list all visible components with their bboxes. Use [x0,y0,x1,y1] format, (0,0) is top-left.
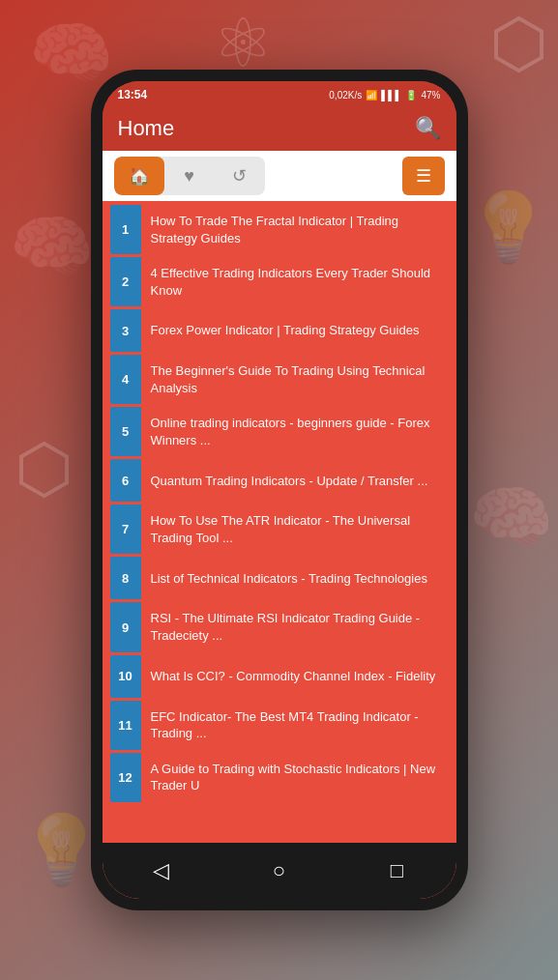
list-item[interactable]: 6Quantum Trading Indicators - Update / T… [110,459,449,502]
list-view-button[interactable]: ☰ [402,157,445,195]
list-item-number: 2 [110,257,141,306]
status-bar: 13:54 0,02K/s 📶 ▌▌▌ 🔋 47% [103,81,456,108]
phone-screen: 13:54 0,02K/s 📶 ▌▌▌ 🔋 47% Home 🔍 🏠 ♥ ↺ ☰ [103,81,456,899]
list-item[interactable]: 8List of Technical Indicators - Trading … [110,557,449,599]
list-item[interactable]: 3Forex Power Indicator | Trading Strateg… [110,309,449,352]
tab-history[interactable]: ↺ [215,157,265,195]
bg-icon-brain-br: 🧠 [469,483,553,551]
bg-icon-lightbulb-mr: 💡 [466,193,550,261]
battery-icon: 🔋 [405,90,417,101]
back-button[interactable]: ◁ [140,850,183,892]
list-item-text: Forex Power Indicator | Trading Strategy… [141,309,449,352]
list-item-number: 9 [110,602,141,651]
bg-icon-atom-top: ⚛ [213,10,274,77]
list-item-number: 7 [110,504,141,554]
list-item-text: Online trading indicators - beginners gu… [141,407,449,456]
signal-icon: ▌▌▌ [381,90,401,101]
list-item[interactable]: 24 Effective Trading Indicators Every Tr… [110,257,449,306]
list-item[interactable]: 1How To Trade The Fractal Indicator | Tr… [110,205,449,254]
list-item[interactable]: 11EFC Indicator- The Best MT4 Trading In… [110,701,449,750]
list-item-text: What Is CCI? - Commodity Channel Index -… [141,655,449,698]
status-right: 0,02K/s 📶 ▌▌▌ 🔋 47% [329,90,440,101]
list-item-number: 4 [110,355,141,404]
list-item-text: A Guide to Trading with Stochastic Indic… [141,753,449,802]
list-item[interactable]: 5Online trading indicators - beginners g… [110,407,449,456]
list-item-number: 12 [110,753,141,802]
tab-group: 🏠 ♥ ↺ [114,157,265,195]
list-item-number: 11 [110,701,141,750]
list-item-text: 4 Effective Trading Indicators Every Tra… [141,257,449,306]
wifi-icon: 📶 [366,90,377,101]
list-item-number: 8 [110,557,141,599]
search-button[interactable]: 🔍 [415,116,441,141]
recents-button[interactable]: □ [376,850,419,892]
list-item-number: 10 [110,655,141,698]
status-time: 13:54 [118,88,148,101]
list-item-text: How To Trade The Fractal Indicator | Tra… [141,205,449,254]
bg-icon-circuit-tr: ⬡ [489,10,548,77]
list-item[interactable]: 12A Guide to Trading with Stochastic Ind… [110,753,449,802]
list-item[interactable]: 4The Beginner's Guide To Trading Using T… [110,355,449,404]
list-item-text: RSI - The Ultimate RSI Indicator Trading… [141,602,449,651]
page-title: Home [118,116,175,141]
bottom-nav: ◁ ○ □ [103,843,456,899]
list-item-text: List of Technical Indicators - Trading T… [141,557,449,599]
list-item-text: The Beginner's Guide To Trading Using Te… [141,355,449,404]
list-item[interactable]: 9RSI - The Ultimate RSI Indicator Tradin… [110,602,449,651]
list-item-number: 3 [110,309,141,352]
bg-icon-circuit-bl: ⬡ [15,435,73,503]
home-button[interactable]: ○ [258,850,301,892]
list-item-number: 6 [110,459,141,502]
battery-pct: 47% [421,90,440,101]
list-item[interactable]: 10What Is CCI? - Commodity Channel Index… [110,655,449,698]
bg-icon-brain-tl: 🧠 [29,19,113,87]
list-item[interactable]: 7How To Use The ATR Indicator - The Univ… [110,504,449,554]
phone-frame: 13:54 0,02K/s 📶 ▌▌▌ 🔋 47% Home 🔍 🏠 ♥ ↺ ☰ [91,70,468,910]
tab-home[interactable]: 🏠 [114,157,164,195]
list-item-number: 5 [110,407,141,456]
article-list: 1How To Trade The Fractal Indicator | Tr… [103,201,456,843]
tab-bar: 🏠 ♥ ↺ ☰ [103,151,456,201]
status-network: 0,02K/s [329,90,362,101]
list-item-text: Quantum Trading Indicators - Update / Tr… [141,459,449,502]
tab-favorites[interactable]: ♥ [164,157,215,195]
top-bar: Home 🔍 [103,108,456,151]
list-item-text: EFC Indicator- The Best MT4 Trading Indi… [141,701,449,750]
list-item-text: How To Use The ATR Indicator - The Unive… [141,504,449,554]
list-item-number: 1 [110,205,141,254]
bg-icon-brain-ml: 🧠 [10,213,94,280]
